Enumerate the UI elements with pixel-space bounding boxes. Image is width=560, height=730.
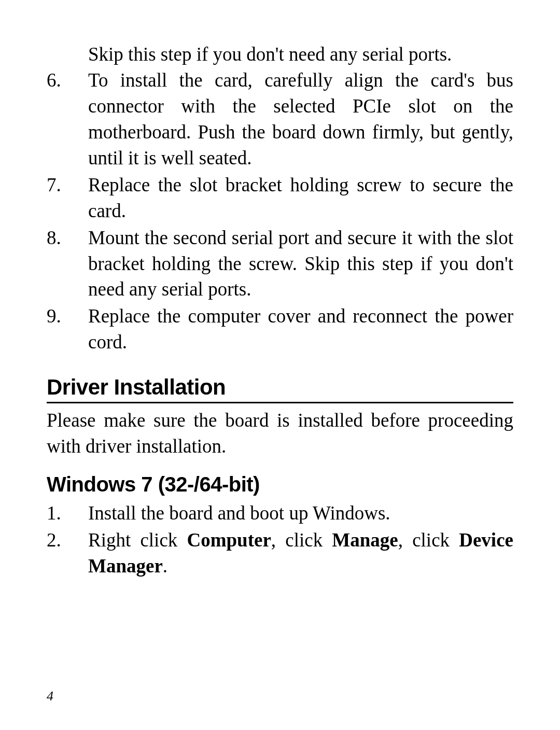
- bold-manage: Manage: [332, 529, 398, 551]
- step-text: Replace the slot bracket holding screw t…: [88, 172, 513, 224]
- step-text: To install the card, carefully align the…: [88, 67, 513, 171]
- step-number: 8.: [47, 225, 88, 303]
- step-number: 9.: [47, 303, 88, 355]
- step-number: 7.: [47, 172, 88, 224]
- text-fragment: , click: [271, 529, 332, 551]
- list-item: 6. To install the card, carefully align …: [47, 67, 513, 171]
- hardware-steps-list: 6. To install the card, carefully align …: [47, 67, 513, 355]
- step-number: 1.: [47, 500, 88, 526]
- driver-steps-list: 1. Install the board and boot up Windows…: [47, 500, 513, 579]
- list-item: 8. Mount the second serial port and secu…: [47, 225, 513, 303]
- step-text: Replace the computer cover and reconnect…: [88, 303, 513, 355]
- bold-computer: Computer: [187, 529, 271, 551]
- text-fragment: Right click: [88, 529, 187, 551]
- section-intro: Please make sure the board is installed …: [47, 408, 513, 459]
- list-item: 9. Replace the computer cover and reconn…: [47, 303, 513, 355]
- page-number: 4: [47, 689, 53, 704]
- step-text: Mount the second serial port and secure …: [88, 225, 513, 303]
- step-continuation: Skip this step if you don't need any ser…: [88, 41, 513, 67]
- step-number: 6.: [47, 67, 88, 171]
- section-heading-driver-installation: Driver Installation: [47, 375, 513, 400]
- step-text: Right click Computer, click Manage, clic…: [88, 527, 513, 579]
- text-fragment: , click: [398, 529, 459, 551]
- document-page: Skip this step if you don't need any ser…: [0, 0, 560, 730]
- step-text: Install the board and boot up Windows.: [88, 500, 513, 526]
- subheading-windows7: Windows 7 (32-/64-bit): [47, 473, 513, 496]
- heading-rule: [47, 402, 513, 403]
- step-number: 2.: [47, 527, 88, 579]
- list-item: 7. Replace the slot bracket holding scre…: [47, 172, 513, 224]
- list-item: 2. Right click Computer, click Manage, c…: [47, 527, 513, 579]
- list-item: 1. Install the board and boot up Windows…: [47, 500, 513, 526]
- text-fragment: .: [163, 555, 167, 577]
